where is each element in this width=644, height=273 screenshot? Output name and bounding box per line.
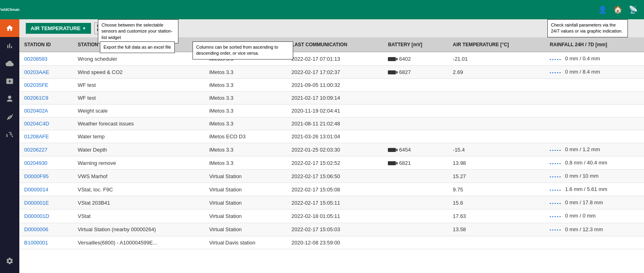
station-id-link[interactable]: 00206227 xyxy=(24,147,48,153)
air-temp-cell xyxy=(448,130,545,143)
station-name-cell: Wind speed & CO2 xyxy=(73,66,204,79)
battery-icon xyxy=(388,148,396,152)
battery-cell xyxy=(383,92,448,105)
station-name-cell: Versailles(6800) - A100004599E... xyxy=(73,236,204,249)
station-id-link[interactable]: 002035FE xyxy=(24,82,48,88)
rainfall-bar xyxy=(550,147,563,153)
table-row: D0000F95VWS MarhofVirtual Station2022-02… xyxy=(19,170,644,183)
user-icon[interactable]: 👤 xyxy=(598,5,607,14)
col-air-temp[interactable]: AIR TEMPERATURE [°C] xyxy=(448,38,545,52)
topbar: 👤 🏠 📡 xyxy=(19,0,644,19)
rainfall-cell: 1.6 mm / 5.61 mm xyxy=(545,183,644,196)
station-name-cell: WF test xyxy=(73,79,204,92)
air-temp-cell: -15.4 xyxy=(448,143,545,156)
station-id-link[interactable]: D0000014 xyxy=(24,187,48,193)
station-id-cell: D000001D xyxy=(19,209,73,223)
air-temp-label: AIR TEMPERATURE xyxy=(31,25,81,31)
station-id-link[interactable]: 00204930 xyxy=(24,160,48,166)
battery-icon xyxy=(388,57,396,61)
rainfall-cell: 0 mm / 0.4 mm xyxy=(545,52,644,66)
station-id-link[interactable]: 002061C9 xyxy=(24,95,48,101)
last-comm-cell: 2021-08-11 21:02:48 xyxy=(287,117,383,130)
building-icon[interactable]: 🏠 xyxy=(613,5,622,14)
air-temp-cell: 15.27 xyxy=(448,170,545,183)
device-icon xyxy=(6,77,14,85)
battery-cell xyxy=(383,130,448,143)
sidebar-item-leaf[interactable] xyxy=(0,108,19,125)
rainfall-cell xyxy=(545,79,644,92)
rainfall-bar xyxy=(550,200,563,206)
station-id-link[interactable]: D000001D xyxy=(24,213,49,219)
sidebar-item-chart[interactable] xyxy=(0,37,19,55)
station-id-cell: D0000006 xyxy=(19,223,73,236)
station-id-link[interactable]: 00203AAE xyxy=(24,69,49,75)
wifi-icon[interactable]: 📡 xyxy=(629,5,638,14)
station-id-cell: 00203AAE xyxy=(19,66,73,79)
air-temp-cell: 13.98 xyxy=(448,156,545,170)
battery-cell: 6827 xyxy=(383,66,448,79)
air-temp-cell: 2.69 xyxy=(448,66,545,79)
device-type-cell: Virtual Station xyxy=(204,223,286,236)
sidebar-item-device[interactable] xyxy=(0,72,19,90)
station-id-link[interactable]: B1000001 xyxy=(24,240,48,246)
battery-cell xyxy=(383,79,448,92)
tooltip-rainfall: Check rainfall parameters via the 24/7 v… xyxy=(547,19,628,37)
rainfall-cell: 0 mm / 0 mm xyxy=(545,209,644,223)
sidebar-item-settings[interactable] xyxy=(0,252,19,270)
col-battery[interactable]: BATTERY [mV] xyxy=(383,38,448,52)
rainfall-cell: 0 mm / 10 mm xyxy=(545,170,644,183)
station-name-cell: Water temp xyxy=(73,130,204,143)
tooltip-sensor-customize: Choose between the selectable sensors an… xyxy=(98,19,178,43)
station-id-link[interactable]: D0000F95 xyxy=(24,173,49,179)
battery-cell: 6454 xyxy=(383,143,448,156)
battery-cell xyxy=(383,223,448,236)
station-id-cell: D0000014 xyxy=(19,183,73,196)
station-id-link[interactable]: 00208583 xyxy=(24,56,48,62)
battery-cell xyxy=(383,117,448,130)
stations-table-container: STATION ID STATION NAME ↓ DEVICE TYPE LA… xyxy=(19,38,644,273)
rainfall-cell xyxy=(545,105,644,117)
col-station-id[interactable]: STATION ID xyxy=(19,38,73,52)
air-temp-cell xyxy=(448,236,545,249)
last-comm-cell: 2022-02-18 01:05:11 xyxy=(287,209,383,223)
sidebar-item-pest[interactable] xyxy=(0,90,19,108)
station-id-cell: 002061C9 xyxy=(19,92,73,105)
battery-cell xyxy=(383,236,448,249)
air-temperature-dropdown[interactable]: AIR TEMPERATURE ▼ xyxy=(26,23,91,34)
col-rainfall[interactable]: RAINFALL 24H / 7D [mm] xyxy=(545,38,644,52)
air-temp-cell: 9.75 xyxy=(448,183,545,196)
col-last-comm[interactable]: LAST COMMUNICATION xyxy=(287,38,383,52)
table-row: 00204C4DWeather forecast issuesiMetos 3.… xyxy=(19,117,644,130)
station-id-cell: 00204930 xyxy=(19,156,73,170)
sidebar: FieldClimate xyxy=(0,0,19,273)
rainfall-indicator xyxy=(550,59,562,60)
sidebar-item-home[interactable] xyxy=(0,19,19,37)
station-id-link[interactable]: 00204C4D xyxy=(24,121,49,127)
station-id-link[interactable]: D000001E xyxy=(24,200,49,206)
device-type-cell: iMetos 3.3 xyxy=(204,105,286,117)
station-name-cell: VStat xyxy=(73,209,204,223)
rainfall-bar xyxy=(550,173,563,179)
dropdown-arrow: ▼ xyxy=(82,26,86,31)
rainfall-indicator xyxy=(550,150,562,151)
brand-logo[interactable]: FieldClimate xyxy=(0,0,19,19)
sidebar-item-weather[interactable] xyxy=(0,55,19,72)
tractor-icon xyxy=(6,130,14,138)
last-comm-cell: 2020-12-08 23:59:00 xyxy=(287,236,383,249)
device-type-cell: iMetos 3.3 xyxy=(204,143,286,156)
air-temp-cell: 13.58 xyxy=(448,223,545,236)
sidebar-item-farm[interactable] xyxy=(0,125,19,143)
table-row: 00203AAEWind speed & CO2iMetos 3.32022-0… xyxy=(19,66,644,79)
station-id-link[interactable]: 0020402A xyxy=(24,108,48,114)
tooltip3-text: Columns can be sorted from ascending to … xyxy=(196,45,278,55)
rainfall-bar xyxy=(550,160,563,166)
gear-icon xyxy=(6,257,14,265)
station-name-cell: VStat 203B41 xyxy=(73,196,204,209)
air-temp-cell xyxy=(448,117,545,130)
last-comm-cell: 2022-02-17 15:06:50 xyxy=(287,170,383,183)
rainfall-cell: 0 mm / 12.3 mm xyxy=(545,223,644,236)
station-name-cell: Wrong scheduler xyxy=(73,52,204,66)
rainfall-bar xyxy=(550,227,563,233)
station-id-link[interactable]: D0000006 xyxy=(24,226,48,232)
station-id-link[interactable]: 01208AFE xyxy=(24,133,49,140)
